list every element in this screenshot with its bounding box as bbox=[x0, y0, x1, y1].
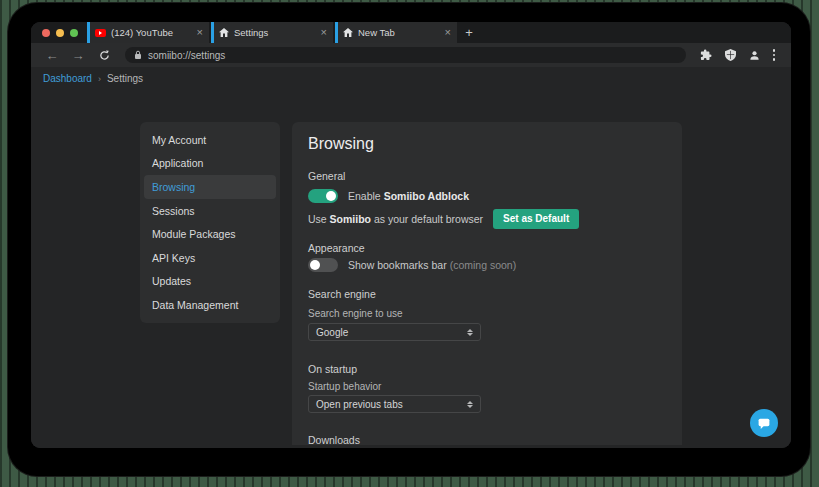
address-bar[interactable]: somiibo://settings bbox=[125, 47, 686, 63]
profile-icon[interactable] bbox=[749, 50, 760, 61]
settings-panel: Browsing General Enable Somiibo Adblock … bbox=[292, 122, 682, 445]
sidebar-item-my-account[interactable]: My Account bbox=[140, 128, 280, 152]
bookmarks-bar-toggle[interactable] bbox=[308, 258, 338, 272]
section-on-startup: On startup bbox=[308, 363, 666, 375]
extensions-puzzle-icon[interactable] bbox=[700, 49, 712, 61]
tab-label: New Tab bbox=[358, 27, 439, 38]
sidebar-item-sessions[interactable]: Sessions bbox=[140, 199, 280, 223]
sidebar-item-data-management[interactable]: Data Management bbox=[140, 293, 280, 317]
sidebar-item-application[interactable]: Application bbox=[140, 152, 280, 176]
close-icon[interactable]: × bbox=[444, 27, 452, 38]
back-button[interactable]: ← bbox=[43, 49, 61, 62]
search-engine-value: Google bbox=[316, 327, 348, 338]
select-arrows-icon bbox=[467, 401, 473, 408]
search-engine-field-label: Search engine to use bbox=[308, 308, 666, 320]
sidebar-item-api-keys[interactable]: API Keys bbox=[140, 246, 280, 270]
forward-button[interactable]: → bbox=[69, 49, 87, 62]
zoom-window-button[interactable] bbox=[70, 29, 78, 37]
adblock-setting-row: Enable Somiibo Adblock bbox=[308, 188, 666, 204]
youtube-icon bbox=[95, 29, 106, 37]
section-appearance: Appearance bbox=[308, 242, 666, 254]
url-text: somiibo://settings bbox=[148, 50, 225, 61]
sidebar-item-updates[interactable]: Updates bbox=[140, 270, 280, 294]
tab-label: Settings bbox=[234, 27, 315, 38]
tab-settings[interactable]: Settings × bbox=[211, 22, 333, 43]
search-engine-select[interactable]: Google bbox=[308, 323, 481, 341]
tab-youtube[interactable]: (124) YouTube × bbox=[87, 22, 209, 43]
set-as-default-button[interactable]: Set as Default bbox=[493, 209, 579, 229]
startup-behavior-value: Open previous tabs bbox=[316, 399, 403, 410]
default-browser-label: Use Somiibo as your default browser bbox=[308, 213, 483, 225]
tab-new-tab[interactable]: New Tab × bbox=[335, 22, 457, 43]
select-arrows-icon bbox=[467, 329, 473, 336]
menu-dots-icon[interactable] bbox=[773, 49, 776, 61]
shield-icon[interactable] bbox=[725, 49, 736, 61]
new-tab-button[interactable]: + bbox=[459, 22, 479, 43]
settings-layout: My Account Application Browsing Sessions… bbox=[140, 122, 682, 445]
navigation-toolbar: ← → somiibo://settings bbox=[31, 43, 791, 67]
lock-icon bbox=[134, 50, 142, 60]
home-icon bbox=[219, 28, 229, 37]
breadcrumb-separator: › bbox=[98, 74, 101, 84]
minimize-window-button[interactable] bbox=[56, 29, 64, 37]
toolbar-icons bbox=[700, 49, 780, 61]
tab-label: (124) YouTube bbox=[111, 27, 191, 38]
close-icon[interactable]: × bbox=[320, 27, 328, 38]
breadcrumb: Dashboard › Settings bbox=[31, 67, 791, 84]
adblock-toggle[interactable] bbox=[308, 189, 338, 203]
breadcrumb-current: Settings bbox=[107, 73, 143, 84]
browser-window: (124) YouTube × Settings × New Tab × + bbox=[31, 22, 791, 448]
section-search-engine: Search engine bbox=[308, 288, 666, 300]
close-window-button[interactable] bbox=[42, 29, 50, 37]
tab-bar: (124) YouTube × Settings × New Tab × + bbox=[31, 22, 791, 43]
page-title: Browsing bbox=[308, 134, 666, 154]
traffic-lights bbox=[31, 22, 87, 43]
bookmarks-bar-row: Show bookmarks bar(coming soon) bbox=[308, 257, 666, 273]
breadcrumb-dashboard-link[interactable]: Dashboard bbox=[43, 73, 92, 84]
settings-sidebar: My Account Application Browsing Sessions… bbox=[140, 122, 280, 323]
window-shadow-frame: (124) YouTube × Settings × New Tab × + bbox=[7, 2, 811, 477]
adblock-label: Enable Somiibo Adblock bbox=[348, 190, 469, 202]
reload-button[interactable] bbox=[95, 50, 113, 61]
chat-bubble-icon bbox=[757, 417, 771, 430]
bookmarks-bar-label: Show bookmarks bar(coming soon) bbox=[348, 259, 516, 271]
startup-behavior-field-label: Startup behavior bbox=[308, 381, 666, 393]
default-browser-row: Use Somiibo as your default browser Set … bbox=[308, 209, 666, 229]
close-icon[interactable]: × bbox=[196, 27, 204, 38]
section-general: General bbox=[308, 170, 666, 182]
section-downloads: Downloads bbox=[308, 434, 666, 445]
page-content: Dashboard › Settings My Account Applicat… bbox=[31, 67, 791, 448]
chat-fab-button[interactable] bbox=[750, 409, 778, 437]
startup-behavior-select[interactable]: Open previous tabs bbox=[308, 395, 481, 413]
coming-soon-note: (coming soon) bbox=[450, 259, 517, 271]
sidebar-item-module-packages[interactable]: Module Packages bbox=[140, 222, 280, 246]
home-icon bbox=[343, 28, 353, 37]
sidebar-item-browsing[interactable]: Browsing bbox=[144, 175, 276, 199]
